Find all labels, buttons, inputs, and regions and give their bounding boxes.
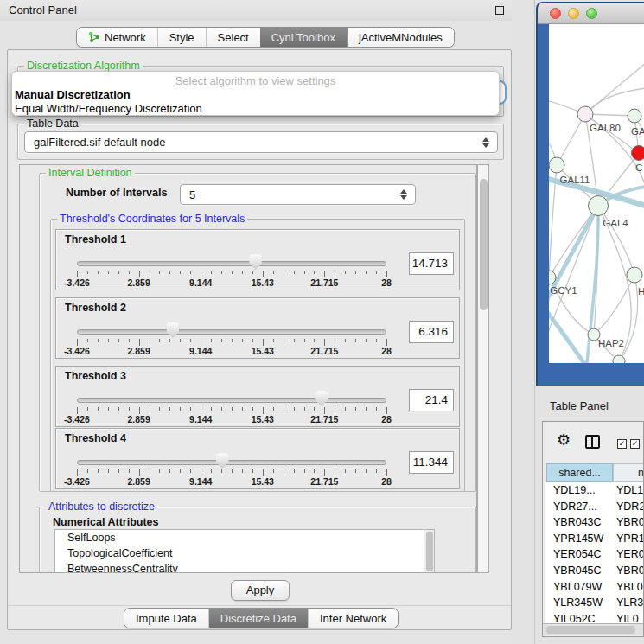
tick-label: 21.715	[310, 414, 338, 424]
settings-scrollpane: Interval Definition Number of Intervals …	[19, 164, 477, 573]
network-node-c[interactable]	[632, 146, 644, 161]
attribute-list-item[interactable]: SelfLoops	[55, 530, 434, 545]
network-node-gal4[interactable]	[589, 196, 609, 216]
threshold-value-field[interactable]: 21.4	[409, 389, 454, 411]
cell-name: YPR1	[616, 531, 643, 547]
attribute-list-item[interactable]: BetweennessCentrality	[55, 561, 434, 573]
scrollbar-thumb[interactable]	[426, 532, 433, 571]
slider-track[interactable]	[77, 398, 386, 403]
tab-impute-data[interactable]: Impute Data	[124, 609, 208, 628]
table-row[interactable]: YER054CYER0	[545, 546, 643, 563]
tab-select[interactable]: Select	[206, 28, 260, 47]
tab-cyni-toolbox[interactable]: Cyni Toolbox	[260, 28, 347, 47]
tick-mark	[108, 407, 109, 411]
slider-track[interactable]	[77, 261, 386, 266]
table-row[interactable]: YBR043CYBR0	[545, 514, 643, 531]
stepper-icon[interactable]	[481, 137, 489, 148]
gear-icon[interactable]: ⚙	[557, 432, 571, 448]
scrollbar-thumb[interactable]	[480, 179, 488, 310]
network-node-ga[interactable]	[628, 109, 641, 123]
tab-infer-network[interactable]: Infer Network	[308, 609, 398, 628]
threshold-value-field[interactable]: 6.316	[409, 321, 454, 343]
cell-shared-name: YPR145W	[553, 531, 603, 547]
tab-network[interactable]: Network	[77, 28, 157, 47]
column-header-name[interactable]: n	[613, 463, 644, 482]
list-scrollbar[interactable]	[424, 530, 434, 573]
tick-mark	[87, 271, 88, 274]
tick-label: 21.715	[310, 476, 338, 487]
zoom-traffic-light-icon[interactable]	[586, 8, 597, 19]
table-data-combobox[interactable]: galFiltered.sif default node	[24, 131, 498, 153]
attribute-list-item[interactable]: TopologicalCoefficient	[55, 545, 434, 561]
table-row[interactable]: YPR145WYPR1	[545, 531, 643, 547]
slider-track[interactable]	[77, 329, 386, 335]
threshold-value-field[interactable]: 11.344	[409, 451, 454, 474]
split-columns-icon[interactable]	[585, 435, 600, 449]
table-row[interactable]: YBR045CYBR0	[545, 563, 643, 579]
scrollbar-thumb[interactable]	[546, 626, 635, 634]
minimize-traffic-light-icon[interactable]	[568, 8, 579, 19]
slider-thumb[interactable]	[216, 453, 229, 469]
tick-mark	[211, 339, 212, 342]
checkbox-icon[interactable]: ✓	[630, 439, 640, 449]
horizontal-scrollbar[interactable]	[543, 623, 643, 635]
algorithm-option[interactable]: Manual Discretization	[14, 88, 497, 101]
tick-mark	[169, 407, 170, 411]
network-node-h[interactable]	[627, 267, 642, 283]
cell-name: YBR0	[616, 514, 643, 531]
checkbox-icon[interactable]: ✓	[617, 439, 627, 449]
tick-mark	[129, 407, 130, 411]
tab-jactivemnodules[interactable]: jActiveMNodules	[347, 28, 454, 47]
tab-style[interactable]: Style	[157, 28, 206, 47]
tick-label: 9.144	[189, 277, 212, 288]
tick-label: -3.426	[64, 476, 90, 487]
tick-label: 28	[381, 414, 392, 424]
vertical-scrollbar[interactable]	[477, 164, 489, 573]
table-row[interactable]: YDR27...YDR2	[545, 499, 643, 515]
thresholds-group-title: Threshold's Coordinates for 5 Intervals	[57, 214, 247, 225]
tick-mark	[221, 339, 222, 342]
cell-shared-name: YBL079W	[553, 579, 602, 596]
tab-discretize-data[interactable]: Discretize Data	[208, 609, 308, 628]
tick-mark	[77, 339, 78, 346]
slider-thumb[interactable]	[166, 322, 179, 338]
threshold-value-field[interactable]: 14.713	[409, 252, 454, 275]
tick-mark	[211, 271, 212, 274]
table-row[interactable]: YIL052CYIL0	[545, 611, 643, 623]
tick-mark	[77, 271, 78, 277]
tick-mark	[211, 469, 212, 473]
tick-label: 9.144	[189, 476, 212, 487]
tick-mark	[242, 407, 243, 411]
tick-mark	[221, 271, 222, 274]
slider-thumb[interactable]	[249, 254, 262, 270]
table-row[interactable]: YLR345WYLR3	[545, 595, 643, 611]
number-of-intervals-combobox[interactable]: 5	[180, 184, 416, 205]
close-traffic-light-icon[interactable]	[550, 8, 561, 19]
table-row[interactable]: YDL19...YDL1	[545, 482, 643, 499]
tick-mark	[190, 271, 191, 274]
tick-label: -3.426	[64, 277, 90, 288]
float-window-icon[interactable]	[495, 6, 504, 15]
column-header-shared-name[interactable]: shared...	[546, 463, 613, 482]
tick-mark	[108, 469, 109, 473]
slider-thumb[interactable]	[315, 391, 328, 406]
panel-divider	[534, 0, 535, 644]
apply-button[interactable]: Apply	[231, 580, 290, 601]
dropdown-hint: Select algorithm to view settings	[12, 74, 499, 87]
numerical-attributes-list[interactable]: SelfLoopsTopologicalCoefficientBetweenne…	[54, 529, 435, 573]
node-label: C	[635, 163, 642, 173]
cell-shared-name: YBR043C	[553, 514, 602, 531]
network-node-gal80[interactable]	[577, 106, 593, 122]
tick-mark	[355, 407, 356, 411]
stepper-icon[interactable]	[399, 189, 407, 200]
slider-track[interactable]	[77, 460, 386, 465]
table-rows: YDL19...YDL1YDR27...YDR2YBR043CYBR0YPR14…	[545, 482, 643, 623]
algorithm-option[interactable]: Equal Width/Frequency Discretization	[14, 102, 497, 115]
tick-mark	[169, 469, 170, 473]
table-row[interactable]: YBL079WYBL0	[545, 579, 643, 596]
network-canvas[interactable]: GAL80GACGAL11GAL4GCY1HHAP2	[549, 24, 644, 363]
network-window-titlebar[interactable]	[538, 3, 644, 24]
network-node-gal11[interactable]	[549, 157, 564, 173]
tick-label: 21.715	[310, 277, 338, 288]
network-node[interactable]	[613, 355, 625, 363]
